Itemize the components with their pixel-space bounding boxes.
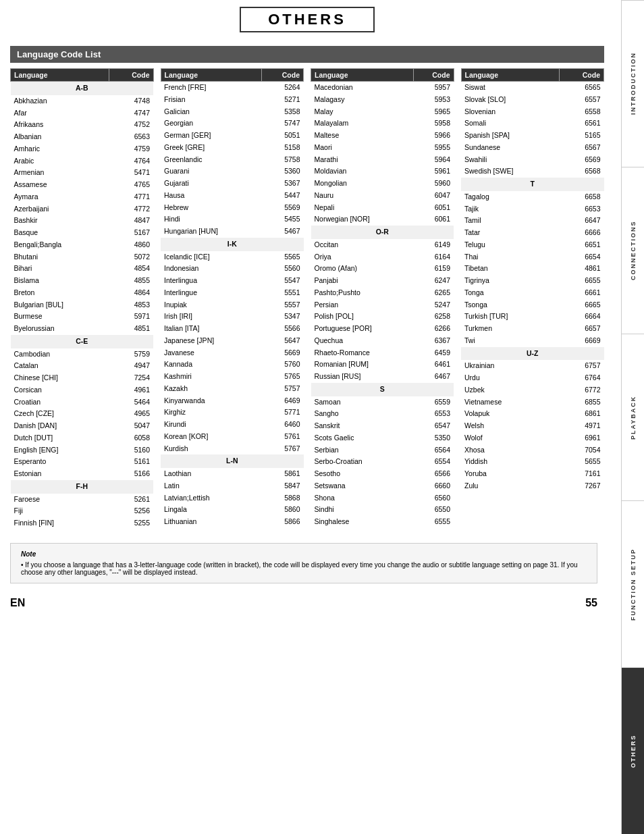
section-divider: C-E — [11, 335, 154, 348]
table-row: Norwegian [NOR]6061 — [311, 213, 454, 226]
language-name: Polish [POL] — [311, 311, 414, 323]
language-code: 7161 — [560, 468, 604, 480]
language-code: 5566 — [262, 323, 304, 335]
table-row: Maori5955 — [311, 142, 454, 154]
language-name: Romanian [RUM] — [311, 359, 414, 371]
table-row: Kannada5760 — [161, 359, 304, 371]
language-name: Amharic — [11, 143, 109, 155]
language-name: Singhalese — [311, 516, 414, 528]
language-name: Esperanto — [11, 456, 109, 468]
table-row: Swedish [SWE]6568 — [461, 165, 604, 178]
table-row: Bulgarian [BUL]4853 — [11, 299, 154, 311]
language-name: Oriya — [311, 251, 414, 263]
table-row: Assamese4765 — [11, 179, 154, 191]
language-name: Wolof — [461, 432, 560, 444]
language-name: Galician — [161, 106, 262, 118]
language-name: Indonesian — [161, 263, 262, 275]
table-row: Afar4747 — [11, 107, 154, 120]
language-code: 6547 — [414, 420, 454, 432]
table-row: Turkish [TUR]6664 — [461, 311, 604, 323]
language-name: Panjabi — [311, 275, 414, 287]
language-code: 5557 — [262, 299, 304, 311]
language-name: Slovenian — [461, 106, 560, 118]
language-name: Welsh — [461, 420, 560, 432]
language-code: 6553 — [414, 408, 454, 420]
table-row: Czech [CZE]4965 — [11, 408, 154, 420]
language-code: 5955 — [414, 142, 454, 154]
table-row: Rhaeto-Romance6459 — [311, 347, 454, 359]
table-row: Interlingue5551 — [161, 287, 304, 299]
language-name: Icelandic [ICE] — [161, 251, 262, 263]
language-name: Irish [IRI] — [161, 311, 262, 323]
table-row: Volapuk6861 — [461, 408, 604, 420]
table-row: Amharic4759 — [11, 143, 154, 155]
language-code: 6566 — [414, 468, 454, 480]
language-name: Bhutani — [11, 251, 109, 263]
table-row: Tatar6666 — [461, 227, 604, 239]
language-code: 4861 — [560, 263, 604, 275]
language-name: Burmese — [11, 311, 109, 323]
language-code: 7054 — [560, 444, 604, 457]
table-row: Yoruba7161 — [461, 468, 604, 480]
language-code: 5560 — [262, 263, 304, 275]
language-code: 5758 — [262, 154, 304, 166]
language-name: Sindhi — [311, 504, 414, 516]
language-code: 5966 — [414, 130, 454, 142]
table-row: Finnish [FIN]5255 — [11, 517, 154, 529]
table-row: Sundanese6567 — [461, 142, 604, 154]
language-code: 6655 — [560, 275, 604, 287]
language-code: 6664 — [560, 311, 604, 323]
language-code: 6569 — [560, 154, 604, 166]
language-code: 5166 — [109, 468, 153, 480]
language-name: Zulu — [461, 480, 560, 492]
language-name: Czech [CZE] — [11, 408, 109, 420]
table-row: Welsh4971 — [461, 420, 604, 432]
sidebar-introduction: INTRODUCTION — [622, 0, 644, 167]
table-row: Arabic4764 — [11, 155, 154, 167]
language-code: 6563 — [109, 131, 153, 143]
language-name: Nepali — [311, 202, 414, 214]
table-row: Javanese5669 — [161, 347, 304, 359]
table-row: Wolof6961 — [461, 432, 604, 444]
language-code: 6657 — [560, 323, 604, 335]
table-row: Breton4864 — [11, 287, 154, 299]
language-name: Kazakh — [161, 383, 262, 395]
table-row: Interlingua5547 — [161, 275, 304, 287]
table-row: Oriya6164 — [311, 251, 454, 263]
note-title: Note — [21, 550, 587, 558]
table-row: Lithuanian5866 — [161, 516, 304, 528]
language-code: 4764 — [109, 155, 153, 167]
language-name: Corsican — [11, 384, 109, 396]
language-name: French [FRE] — [161, 82, 262, 94]
table-row: Turkmen6657 — [461, 323, 604, 335]
table-row: Vietnamese6855 — [461, 396, 604, 409]
language-name: Xhosa — [461, 444, 560, 457]
table-row: Hindi5455 — [161, 213, 304, 226]
table-row: Esperanto5161 — [11, 456, 154, 468]
table-row: Singhalese6555 — [311, 516, 454, 528]
language-code: 6469 — [262, 395, 304, 407]
table-row: Fiji5256 — [11, 505, 154, 517]
language-code: 6557 — [560, 94, 604, 106]
language-code: 6467 — [414, 371, 454, 383]
table-row: Burmese5971 — [11, 311, 154, 323]
table-row: Slovenian6558 — [461, 106, 604, 118]
table-row: Shona6560 — [311, 492, 454, 504]
language-code: 5760 — [262, 359, 304, 371]
language-name: Turkmen — [461, 323, 560, 335]
language-table-area: Language Code A-BAbkhazian4748Afar4747Af… — [10, 68, 604, 529]
table-row: Dutch [DUT]6058 — [11, 432, 154, 444]
language-name: Lithuanian — [161, 516, 262, 528]
language-code: 5957 — [414, 82, 454, 94]
table-row: Tonga6661 — [461, 287, 604, 299]
section-header: Language Code List — [10, 46, 604, 63]
table-row: Cambodian5759 — [11, 348, 154, 361]
table-row: Catalan4947 — [11, 360, 154, 372]
footer-left: EN — [10, 597, 25, 609]
language-code: 6461 — [414, 359, 454, 371]
language-name: Japanese [JPN] — [161, 335, 262, 347]
sidebar: INTRODUCTION CONNECTIONS PLAYBACK FUNCTI… — [621, 0, 644, 834]
language-code: 5647 — [262, 335, 304, 347]
language-name: German [GER] — [161, 130, 262, 142]
table-row: Greenlandic5758 — [161, 154, 304, 166]
